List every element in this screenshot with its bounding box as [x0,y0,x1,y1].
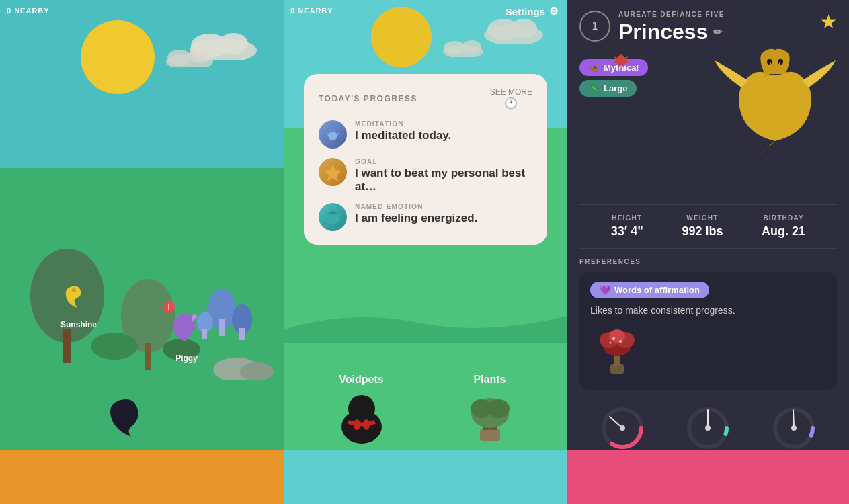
svg-point-33 [348,395,375,422]
svg-point-48 [609,329,625,343]
svg-rect-11 [219,319,225,336]
goal-icon [319,158,347,186]
meditation-label: MEDITATION [355,120,451,128]
sun2 [371,7,432,67]
dragon-illustration [708,40,842,161]
large-tag: 🦎 Large [579,80,637,97]
svg-point-23 [116,400,126,413]
progress-item-emotion: NAMED EMOTION I am feeling energized. [319,203,532,231]
svg-rect-13 [239,328,245,340]
cloud-2 [163,47,216,67]
height-label: HEIGHT [611,214,643,222]
aureate-label: AUREATE DEFIANCE FIVE [618,11,725,18]
pet-name-text: Princess [618,19,708,44]
svg-point-29 [462,40,481,52]
see-more-button[interactable]: SEE MORE 🕐 [490,87,532,110]
svg-point-5 [189,50,210,63]
cloud-p2-2 [440,37,487,57]
goal-text: I want to beat my personal best at… [355,167,532,194]
progress-title: TODAY'S PROGRESS [319,94,417,103]
mythical-icon: 🦋 [589,62,600,73]
bottom-sections: Voidpets Plants [284,374,567,444]
black-bird [101,390,161,444]
settings-label: Settings [506,6,545,17]
meditation-icon [319,120,347,149]
svg-point-40 [488,399,510,418]
plants-label: Plants [473,374,506,386]
rank-number: 1 [592,20,598,32]
svg-rect-9 [145,343,151,370]
svg-rect-7 [63,329,71,363]
goal-label: GOAL [355,158,532,165]
affirmation-badge: 💜 Words of affirmation [590,282,709,298]
emotion-text: I am feeling energized. [355,212,477,225]
svg-point-51 [610,342,612,344]
svg-point-16 [91,333,138,360]
preferences-section: PREFERENCES 💜 Words of affirmation Likes… [567,249,849,399]
svg-point-26 [510,19,537,38]
svg-rect-36 [480,429,500,441]
svg-marker-31 [324,165,341,181]
voidpets-label: Voidpets [339,374,383,386]
bottom-bar [0,450,284,504]
svg-point-55 [620,425,625,431]
plants-section: Plants [460,374,520,444]
profile-bottom-bar [567,450,849,504]
svg-line-62 [793,410,794,428]
see-more-label: SEE MORE [490,87,532,97]
svg-point-2 [218,33,248,54]
nearby-badge: 0 NEARBY [7,7,50,15]
birthday-value: Aug. 21 [762,224,805,239]
rank-badge: 1 [579,11,610,42]
meditation-text: I meditated today. [355,129,451,142]
emotion-icon [319,203,347,231]
favorite-star[interactable]: ★ [820,11,837,33]
svg-point-41 [767,59,772,65]
svg-point-49 [612,337,615,340]
clock-icon: 🕐 [504,97,518,110]
height-stat: HEIGHT 33′ 4" [611,214,643,239]
pet-profile-panel: 1 AUREATE DEFIANCE FIVE Princess ✏ ★ [567,0,849,504]
prefs-card: 💜 Words of affirmation Likes to make con… [579,272,837,390]
svg-point-4 [167,50,192,66]
ground-wave [284,302,567,343]
birthday-stat: BIRTHDAY Aug. 21 [762,214,805,239]
deviant-metal-badge [612,51,631,73]
edit-icon[interactable]: ✏ [713,26,722,38]
bottom-bar2 [284,450,567,504]
height-value: 33′ 4" [611,224,643,239]
svg-point-28 [444,41,465,54]
game-world-panel: 0 NEARBY Sunshine [0,0,284,504]
rocks [210,346,277,380]
birthday-label: BIRTHDAY [762,214,805,222]
piggy-label: Piggy [168,353,205,363]
progress-item-meditation: MEDITATION I meditated today. [319,120,532,149]
weight-value: 992 lbs [682,224,723,239]
weight-stat: WEIGHT 992 lbs [682,214,723,239]
svg-point-59 [705,425,711,431]
cloud-p2-1 [480,13,547,44]
progress-item-goal: GOAL I want to beat my personal best at… [319,158,532,194]
progress-card: TODAY'S PROGRESS SEE MORE 🕐 MEDITATION I… [304,74,547,245]
gear-icon: ⚙ [549,5,558,17]
sun [81,20,155,94]
large-label: Large [604,83,627,93]
prefs-label: PREFERENCES [579,258,837,265]
svg-point-42 [778,59,783,65]
bonsai-tree [590,324,644,378]
svg-point-20 [72,288,76,292]
pref-description: Likes to make consistent progress. [590,305,826,316]
svg-rect-43 [610,364,624,374]
pet-sunshine[interactable]: Sunshine [60,281,97,329]
weight-label: WEIGHT [682,214,723,222]
emotion-label: NAMED EMOTION [355,203,477,210]
pet-piggy[interactable]: ! Piggy [168,308,205,363]
svg-point-63 [791,425,797,431]
voidpets-section: Voidpets [331,374,392,444]
progress-panel: 0 NEARBY Settings ⚙ TODAY'S PROGRESS SEE… [284,0,567,504]
heart-icon: 💜 [600,285,610,295]
settings-button[interactable]: Settings ⚙ [506,5,558,17]
sunshine-label: Sunshine [60,320,97,329]
stats-row: HEIGHT 33′ 4" WEIGHT 992 lbs BIRTHDAY Au… [579,204,837,249]
affirmation-label: Words of affirmation [614,285,700,295]
